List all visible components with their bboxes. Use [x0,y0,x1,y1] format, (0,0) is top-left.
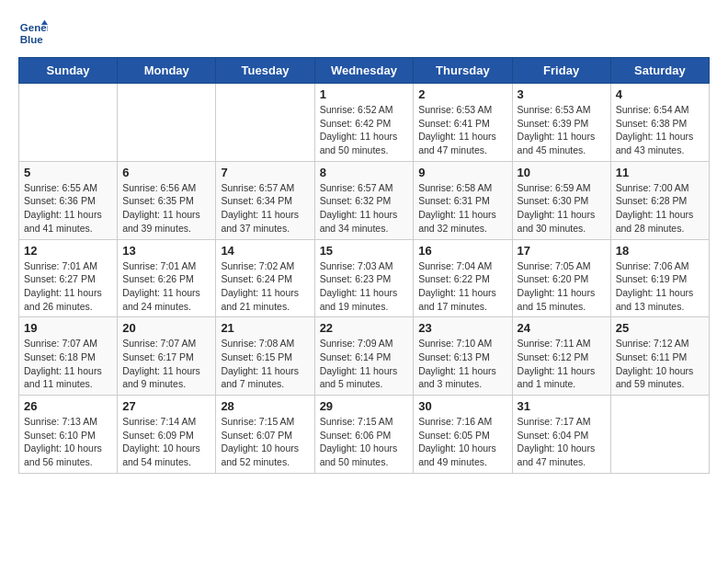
weekday-header-monday: Monday [118,58,216,84]
day-number: 11 [616,166,704,179]
day-number: 2 [418,87,506,101]
day-number: 9 [418,166,506,179]
calendar-cell: 19Sunrise: 7:07 AM Sunset: 6:18 PM Dayli… [19,317,118,396]
calendar-cell: 11Sunrise: 7:00 AM Sunset: 6:28 PM Dayli… [610,161,709,239]
day-info: Sunrise: 6:59 AM Sunset: 6:30 PM Dayligh… [518,181,606,236]
day-info: Sunrise: 6:53 AM Sunset: 6:39 PM Dayligh… [518,103,606,157]
day-number: 17 [518,244,606,258]
day-info: Sunrise: 7:14 AM Sunset: 6:09 PM Dayligh… [122,415,210,469]
calendar-cell [610,396,709,474]
day-info: Sunrise: 7:01 AM Sunset: 6:26 PM Dayligh… [122,259,210,314]
day-number: 5 [24,166,112,179]
day-info: Sunrise: 6:53 AM Sunset: 6:41 PM Dayligh… [418,103,506,157]
day-number: 23 [418,321,506,335]
calendar-cell: 3Sunrise: 6:53 AM Sunset: 6:39 PM Daylig… [512,84,610,162]
svg-text:Blue: Blue [20,34,44,45]
day-info: Sunrise: 7:15 AM Sunset: 6:07 PM Dayligh… [221,415,309,469]
day-info: Sunrise: 6:57 AM Sunset: 6:32 PM Dayligh… [320,181,409,236]
day-info: Sunrise: 7:02 AM Sunset: 6:24 PM Dayligh… [221,259,309,314]
day-number: 21 [221,321,309,335]
calendar-cell: 21Sunrise: 7:08 AM Sunset: 6:15 PM Dayli… [216,317,314,396]
day-number: 29 [320,399,409,413]
day-number: 6 [122,166,210,179]
day-number: 3 [518,87,606,101]
day-info: Sunrise: 7:17 AM Sunset: 6:04 PM Dayligh… [518,415,606,469]
day-info: Sunrise: 7:03 AM Sunset: 6:23 PM Dayligh… [320,259,409,314]
day-info: Sunrise: 7:05 AM Sunset: 6:20 PM Dayligh… [518,259,606,314]
day-info: Sunrise: 7:15 AM Sunset: 6:06 PM Dayligh… [320,415,409,469]
page-header: General Blue [18,18,710,48]
calendar-cell: 16Sunrise: 7:04 AM Sunset: 6:22 PM Dayli… [414,239,512,317]
calendar-cell: 25Sunrise: 7:12 AM Sunset: 6:11 PM Dayli… [610,317,709,396]
logo-icon: General Blue [18,18,48,48]
day-number: 15 [320,244,409,258]
calendar-cell: 30Sunrise: 7:16 AM Sunset: 6:05 PM Dayli… [414,396,512,474]
day-info: Sunrise: 7:00 AM Sunset: 6:28 PM Dayligh… [616,181,704,236]
day-number: 18 [616,244,704,258]
day-info: Sunrise: 6:52 AM Sunset: 6:42 PM Dayligh… [320,103,409,157]
day-info: Sunrise: 6:57 AM Sunset: 6:34 PM Dayligh… [221,181,309,236]
calendar-cell: 17Sunrise: 7:05 AM Sunset: 6:20 PM Dayli… [512,239,610,317]
calendar-cell: 20Sunrise: 7:07 AM Sunset: 6:17 PM Dayli… [118,317,216,396]
day-number: 4 [616,87,704,101]
day-info: Sunrise: 6:56 AM Sunset: 6:35 PM Dayligh… [122,181,210,236]
day-number: 1 [320,87,409,101]
calendar-cell: 7Sunrise: 6:57 AM Sunset: 6:34 PM Daylig… [216,161,314,239]
calendar-cell: 18Sunrise: 7:06 AM Sunset: 6:19 PM Dayli… [610,239,709,317]
day-info: Sunrise: 7:07 AM Sunset: 6:18 PM Dayligh… [24,337,112,391]
day-number: 28 [221,399,309,413]
calendar-cell: 10Sunrise: 6:59 AM Sunset: 6:30 PM Dayli… [512,161,610,239]
calendar-cell: 31Sunrise: 7:17 AM Sunset: 6:04 PM Dayli… [512,396,610,474]
day-number: 13 [122,244,210,258]
weekday-header-thursday: Thursday [414,58,512,84]
weekday-header-tuesday: Tuesday [216,58,314,84]
calendar-cell: 22Sunrise: 7:09 AM Sunset: 6:14 PM Dayli… [314,317,414,396]
calendar-cell: 4Sunrise: 6:54 AM Sunset: 6:38 PM Daylig… [610,84,709,162]
calendar-cell [118,84,216,162]
calendar-cell: 28Sunrise: 7:15 AM Sunset: 6:07 PM Dayli… [216,396,314,474]
day-number: 10 [518,166,606,179]
calendar-cell: 23Sunrise: 7:10 AM Sunset: 6:13 PM Dayli… [414,317,512,396]
calendar-cell: 24Sunrise: 7:11 AM Sunset: 6:12 PM Dayli… [512,317,610,396]
logo: General Blue [18,18,51,48]
day-info: Sunrise: 7:10 AM Sunset: 6:13 PM Dayligh… [418,337,506,391]
day-info: Sunrise: 7:12 AM Sunset: 6:11 PM Dayligh… [616,337,704,391]
calendar-cell: 14Sunrise: 7:02 AM Sunset: 6:24 PM Dayli… [216,239,314,317]
day-number: 16 [418,244,506,258]
day-number: 31 [518,399,606,413]
weekday-header-sunday: Sunday [19,58,118,84]
day-info: Sunrise: 7:07 AM Sunset: 6:17 PM Dayligh… [122,337,210,391]
weekday-header-saturday: Saturday [610,58,709,84]
calendar-cell: 8Sunrise: 6:57 AM Sunset: 6:32 PM Daylig… [314,161,414,239]
day-number: 27 [122,399,210,413]
day-number: 22 [320,321,409,335]
calendar-cell: 5Sunrise: 6:55 AM Sunset: 6:36 PM Daylig… [19,161,118,239]
calendar-cell [216,84,314,162]
day-info: Sunrise: 6:54 AM Sunset: 6:38 PM Dayligh… [616,103,704,157]
day-number: 14 [221,244,309,258]
day-number: 7 [221,166,309,179]
calendar-cell: 2Sunrise: 6:53 AM Sunset: 6:41 PM Daylig… [414,84,512,162]
day-number: 12 [24,244,112,258]
calendar-cell: 27Sunrise: 7:14 AM Sunset: 6:09 PM Dayli… [118,396,216,474]
calendar-cell: 13Sunrise: 7:01 AM Sunset: 6:26 PM Dayli… [118,239,216,317]
day-number: 25 [616,321,704,335]
calendar-cell: 15Sunrise: 7:03 AM Sunset: 6:23 PM Dayli… [314,239,414,317]
day-info: Sunrise: 7:01 AM Sunset: 6:27 PM Dayligh… [24,259,112,314]
day-info: Sunrise: 7:09 AM Sunset: 6:14 PM Dayligh… [320,337,409,391]
day-info: Sunrise: 7:04 AM Sunset: 6:22 PM Dayligh… [418,259,506,314]
day-number: 19 [24,321,112,335]
day-info: Sunrise: 6:58 AM Sunset: 6:31 PM Dayligh… [418,181,506,236]
calendar-cell: 12Sunrise: 7:01 AM Sunset: 6:27 PM Dayli… [19,239,118,317]
calendar-cell: 1Sunrise: 6:52 AM Sunset: 6:42 PM Daylig… [314,84,414,162]
calendar-cell: 9Sunrise: 6:58 AM Sunset: 6:31 PM Daylig… [414,161,512,239]
day-number: 20 [122,321,210,335]
day-info: Sunrise: 7:16 AM Sunset: 6:05 PM Dayligh… [418,415,506,469]
day-number: 24 [518,321,606,335]
weekday-header-wednesday: Wednesday [314,58,414,84]
calendar-cell: 29Sunrise: 7:15 AM Sunset: 6:06 PM Dayli… [314,396,414,474]
day-number: 30 [418,399,506,413]
weekday-header-friday: Friday [512,58,610,84]
day-info: Sunrise: 7:08 AM Sunset: 6:15 PM Dayligh… [221,337,309,391]
day-info: Sunrise: 7:06 AM Sunset: 6:19 PM Dayligh… [616,259,704,314]
